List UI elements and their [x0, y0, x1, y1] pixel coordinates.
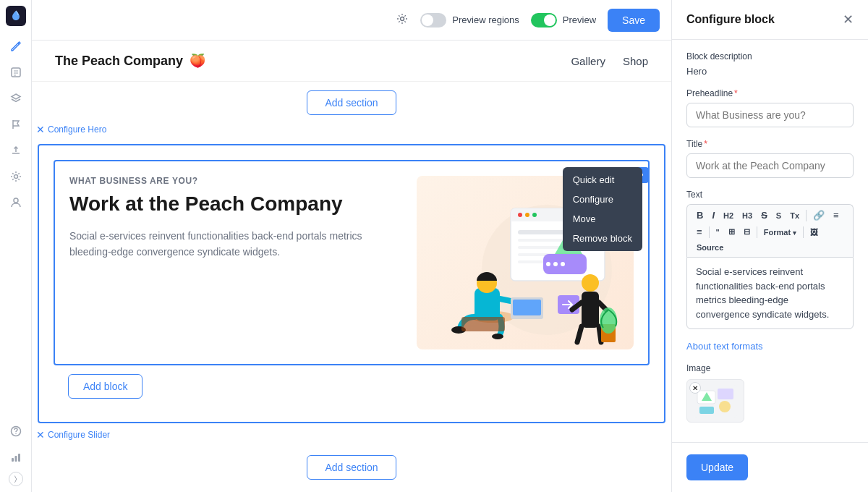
sidebar-expand-btn[interactable]: 〉 [9, 472, 23, 486]
thumb-remove-btn[interactable]: ✕ [689, 382, 701, 394]
add-block-button[interactable]: Add block [68, 374, 142, 399]
panel-footer: Update [672, 442, 868, 492]
preview-toggle[interactable] [531, 13, 557, 27]
svg-point-35 [582, 274, 599, 292]
nav-gallery[interactable]: Gallery [571, 55, 605, 67]
canvas-inner: The Peach Company 🍑 Gallery Shop Add sec… [32, 41, 671, 492]
add-section-bottom-button[interactable]: Add section [307, 455, 396, 480]
image-thumbnail[interactable]: ✕ [686, 379, 744, 423]
image-label: Image [686, 363, 854, 373]
svg-rect-6 [14, 456, 17, 462]
canvas-area: The Peach Company 🍑 Gallery Shop Add sec… [32, 41, 671, 492]
left-sidebar: 〉 [0, 0, 32, 492]
hero-preheadline: WHAT BUSINESS ARE YOU? [69, 176, 399, 186]
sidebar-icon-user[interactable] [4, 191, 27, 214]
rte-ol[interactable]: ≡ [693, 224, 706, 239]
sidebar-icon-upload[interactable] [4, 139, 27, 162]
panel-header: Configure block ✕ [672, 0, 868, 40]
block-description-label: Block description [686, 51, 854, 62]
sidebar-icon-layers[interactable] [4, 87, 27, 110]
svg-point-25 [561, 262, 565, 266]
context-remove-block[interactable]: Remove block [563, 229, 642, 248]
hero-content-block: ↗ Quick edit Configure Move Remove block [54, 160, 650, 365]
rte-ul[interactable]: ≡ [830, 208, 843, 223]
rte-subscript[interactable]: S [773, 209, 785, 222]
preview-regions-toggle[interactable] [420, 13, 446, 27]
panel-title: Configure block [686, 13, 775, 26]
hero-section: ↗ Quick edit Configure Move Remove block [38, 144, 665, 423]
save-button[interactable]: Save [608, 9, 660, 32]
block-description-value: Hero [686, 66, 854, 77]
about-text-formats-link[interactable]: About text formats [686, 341, 854, 352]
sidebar-icon-analytics[interactable] [4, 446, 27, 469]
title-field-group: Title * [686, 139, 854, 178]
rte-body[interactable]: Social e-services reinvent functionaliti… [686, 257, 854, 329]
svg-point-2 [14, 198, 18, 203]
context-configure[interactable]: Configure [563, 190, 642, 209]
rte-source[interactable]: Source [693, 241, 727, 254]
rte-divider2 [709, 226, 710, 238]
rte-bold[interactable]: B [693, 208, 707, 223]
rte-h3[interactable]: H3 [739, 209, 756, 222]
configure-hero-x[interactable]: ✕ [36, 124, 45, 135]
site-nav: Gallery Shop [571, 55, 648, 67]
hero-body: Social e-services reinvent functionaliti… [69, 228, 399, 260]
add-section-top-area: Add section [32, 82, 671, 124]
svg-rect-36 [582, 292, 599, 328]
sidebar-icon-flag[interactable] [4, 113, 27, 136]
rte-link[interactable]: 🔗 [809, 208, 828, 223]
sidebar-icon-pages[interactable] [4, 61, 27, 84]
rte-divider4 [803, 226, 804, 238]
sidebar-icon-edit[interactable] [4, 35, 27, 58]
right-panel: Configure block ✕ Block description Hero… [671, 0, 868, 492]
preheadline-required: * [734, 88, 738, 98]
preheadline-field-group: Preheadline * [686, 88, 854, 127]
title-input[interactable] [686, 153, 854, 178]
rte-table[interactable]: ⊟ [740, 225, 754, 239]
preheadline-input[interactable] [686, 103, 854, 127]
svg-rect-7 [18, 454, 20, 462]
configure-slider-x[interactable]: ✕ [36, 429, 45, 441]
svg-point-8 [401, 17, 404, 20]
nav-shop[interactable]: Shop [623, 55, 648, 67]
rte-strikethrough[interactable]: S [757, 208, 771, 223]
svg-rect-42 [718, 389, 733, 399]
hero-section-wrapper: ✕ Configure Hero ↗ Quick edit [38, 144, 665, 423]
svg-point-23 [546, 262, 550, 266]
add-section-top-button[interactable]: Add section [307, 90, 396, 115]
text-field-group: Text B I H2 H3 S S Tx 🔗 ≡ ≡ " ⊞ ⊟ [686, 190, 854, 329]
add-section-bottom-area: Add section [32, 446, 671, 488]
context-quick-edit[interactable]: Quick edit [563, 170, 642, 190]
svg-point-1 [14, 175, 17, 179]
svg-rect-5 [12, 458, 14, 462]
rte-textcolor[interactable]: Tx [786, 209, 803, 222]
configure-hero-bar[interactable]: ✕ Configure Hero [36, 124, 106, 135]
rte-indent[interactable]: ⊞ [725, 225, 739, 239]
svg-rect-31 [513, 300, 541, 315]
app-logo[interactable] [6, 6, 26, 26]
sidebar-icon-help[interactable] [4, 420, 27, 443]
preheadline-label: Preheadline * [686, 88, 854, 98]
svg-point-13 [518, 213, 522, 217]
sidebar-icon-settings[interactable] [4, 165, 27, 188]
rte-italic[interactable]: I [708, 208, 718, 223]
configure-hero-label: Configure Hero [48, 124, 106, 135]
configure-slider-label: Configure Slider [48, 430, 110, 440]
hero-text: WHAT BUSINESS ARE YOU? Work at the Peach… [69, 176, 399, 349]
rte-h2[interactable]: H2 [720, 209, 737, 222]
rte-format[interactable]: Format ▾ [760, 226, 800, 239]
preview-regions-toggle-group: Preview regions [420, 13, 519, 27]
text-label: Text [686, 190, 854, 200]
svg-point-33 [492, 334, 503, 339]
update-button[interactable]: Update [686, 454, 748, 480]
svg-rect-34 [461, 317, 505, 331]
configure-slider-bar[interactable]: ✕ Configure Slider [36, 429, 110, 441]
rte-image[interactable]: 🖼 [807, 226, 822, 239]
context-move[interactable]: Move [563, 209, 642, 229]
settings-gear-icon[interactable] [396, 12, 409, 28]
rte-blockquote[interactable]: " [712, 226, 723, 239]
top-toolbar: Preview regions Preview Save [32, 0, 671, 41]
site-header: The Peach Company 🍑 Gallery Shop [32, 41, 671, 82]
panel-close-button[interactable]: ✕ [843, 12, 854, 27]
svg-point-38 [600, 308, 617, 334]
